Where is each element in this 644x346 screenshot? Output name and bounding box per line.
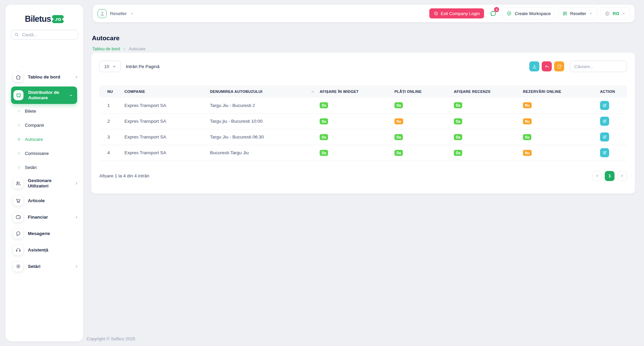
exit-company-login-button[interactable]: Exit Company Login xyxy=(429,8,484,18)
sidebar-item-autocare[interactable]: Autocare xyxy=(5,132,83,146)
users-icon xyxy=(13,178,23,188)
chat-badge: 0 xyxy=(494,7,499,12)
refresh-button[interactable] xyxy=(554,61,564,71)
status-badge: Da xyxy=(454,134,462,140)
sidebar-item-financiar[interactable]: Financiar xyxy=(5,209,83,225)
chevron-down-icon xyxy=(130,12,134,15)
column-header-denumirea[interactable]: DENUMIREA AUTOBUZULUI xyxy=(210,85,320,98)
sidebar-item-label: Companii xyxy=(25,123,44,128)
sort-icon[interactable] xyxy=(311,90,315,94)
table-search-input[interactable] xyxy=(570,61,627,72)
topbar: Reseller Exit Company Login 0 Create Wor… xyxy=(93,5,635,22)
create-workspace-button[interactable]: Create Workspace xyxy=(502,7,555,20)
bullet-icon xyxy=(18,166,20,169)
sidebar-item-mesagerie[interactable]: Mesagerie xyxy=(5,225,83,242)
table-row: 4 Expres Transport SA Bucuresti-Targu Ji… xyxy=(99,145,627,161)
sidebar-item-bilete[interactable]: Bilete xyxy=(5,104,83,118)
edit-pencil-icon xyxy=(602,103,607,108)
chevron-down-icon xyxy=(69,93,73,98)
cell-bus-name: Bucuresti-Targu Jiu xyxy=(210,145,320,161)
table-card: 10 Intrări Pe Pagină xyxy=(91,53,635,193)
cell-company: Expres Transport SA xyxy=(124,98,210,113)
sidebar-item-label: Setări xyxy=(25,165,37,170)
sidebar-item-gestionare-utilizatori[interactable]: GestionareUtilizatori xyxy=(5,174,83,192)
per-page-select[interactable]: 10 xyxy=(99,61,121,72)
table-row: 1 Expres Transport SA Targu Jiu - Bucure… xyxy=(99,98,627,113)
sidebar-search-input[interactable] xyxy=(21,32,75,38)
cell-nu: 3 xyxy=(99,129,124,145)
table-header-row: NU COMPANIE DENUMIREA AUTOBUZULUI AFIȘAR… xyxy=(99,85,627,98)
pagination: 1 xyxy=(592,171,627,181)
ban-icon xyxy=(434,11,438,16)
export-button[interactable] xyxy=(529,61,539,71)
bullet-icon xyxy=(18,110,20,112)
sidebar-item-dashboard[interactable]: Tablou de bord xyxy=(5,70,83,84)
status-badge: Da xyxy=(454,118,462,124)
sidebar-item-articole[interactable]: Articole xyxy=(5,192,83,209)
breadcrumb-dashboard-link[interactable]: Tablou de bord xyxy=(92,47,120,51)
status-badge: Da xyxy=(320,150,328,156)
column-header-rezervari: REZERVĂRI ONLINE xyxy=(523,85,600,98)
sidebar-item-setari-sub[interactable]: Setări xyxy=(5,160,83,174)
sidebar-item-setari[interactable]: Setări xyxy=(5,258,83,275)
undo-button[interactable] xyxy=(542,61,552,71)
sidebar-submenu: Bilete Companii Autocare Comisioane Setă… xyxy=(5,104,83,174)
chevron-down-icon xyxy=(589,12,593,15)
sidebar-item-label: Tablou de bord xyxy=(28,74,60,80)
table-footer: Afișare 1 la 4 din 4 intrări 1 xyxy=(99,171,627,181)
table-controls: 10 Intrări Pe Pagină xyxy=(99,61,627,72)
status-badge: Da xyxy=(320,118,328,124)
cell-bus-name: Targu Jiu - Bucuresti 2 xyxy=(210,98,320,113)
sidebar-item-label: Mesagerie xyxy=(28,231,50,236)
page-title: Autocare xyxy=(92,35,119,42)
workspace-selector[interactable]: Reseller xyxy=(558,7,597,20)
chat-button[interactable]: 0 xyxy=(487,7,499,20)
gear-icon xyxy=(13,262,23,272)
status-badge: Da xyxy=(320,134,328,140)
edit-pencil-icon xyxy=(602,119,607,123)
cell-company: Expres Transport SA xyxy=(124,129,210,145)
edit-pencil-icon xyxy=(602,135,607,139)
bullet-icon xyxy=(18,124,20,126)
status-badge: Da xyxy=(394,102,403,108)
status-badge: Da xyxy=(454,150,462,156)
edit-row-button[interactable] xyxy=(600,101,609,110)
entries-summary: Afișare 1 la 4 din 4 intrări xyxy=(99,173,149,178)
status-badge: Da xyxy=(454,102,462,108)
sidebar-item-asistenta[interactable]: Asistență xyxy=(5,242,83,258)
pagination-next-button[interactable] xyxy=(617,171,627,181)
sidebar-item-label: Bilete xyxy=(25,109,36,114)
bullet-icon xyxy=(18,152,20,155)
chevron-right-icon xyxy=(74,265,78,269)
sidebar-item-label: Distribuitor deAutocare xyxy=(28,90,59,101)
sidebar-item-label: Articole xyxy=(28,198,45,204)
cell-nu: 1 xyxy=(99,98,124,113)
profile-menu[interactable]: Reseller xyxy=(98,9,134,18)
language-selector[interactable]: RO xyxy=(600,7,630,20)
edit-row-button[interactable] xyxy=(600,117,609,126)
wallet-icon xyxy=(13,212,23,222)
sidebar-item-companii[interactable]: Companii xyxy=(5,118,83,132)
headset-icon xyxy=(13,245,23,255)
cell-company: Expres Transport SA xyxy=(124,113,210,129)
cell-nu: 4 xyxy=(99,145,124,161)
sidebar-item-distributor[interactable]: Distribuitor deAutocare xyxy=(11,86,77,104)
edit-row-button[interactable] xyxy=(600,132,609,141)
pagination-prev-button[interactable] xyxy=(592,171,602,181)
edit-row-button[interactable] xyxy=(600,148,609,157)
chevron-down-icon xyxy=(622,12,626,15)
undo-arrow-icon xyxy=(544,64,549,69)
table-row: 3 Expres Transport SA Targu Jiu - Bucure… xyxy=(99,129,627,145)
profile-label: Reseller xyxy=(110,11,127,16)
breadcrumb-current: Autocare xyxy=(129,47,146,51)
home-icon xyxy=(13,72,23,82)
globe-icon xyxy=(604,11,610,16)
cell-nu: 2 xyxy=(99,113,124,129)
chevron-right-icon xyxy=(74,215,78,219)
plus-circle-icon xyxy=(506,11,512,16)
cart-icon xyxy=(13,196,23,206)
pagination-page-1[interactable]: 1 xyxy=(605,171,614,181)
breadcrumb: Tablou de bord Autocare xyxy=(92,47,146,51)
sidebar-item-comisioane[interactable]: Comisioane xyxy=(5,146,83,160)
refresh-icon xyxy=(557,64,562,69)
